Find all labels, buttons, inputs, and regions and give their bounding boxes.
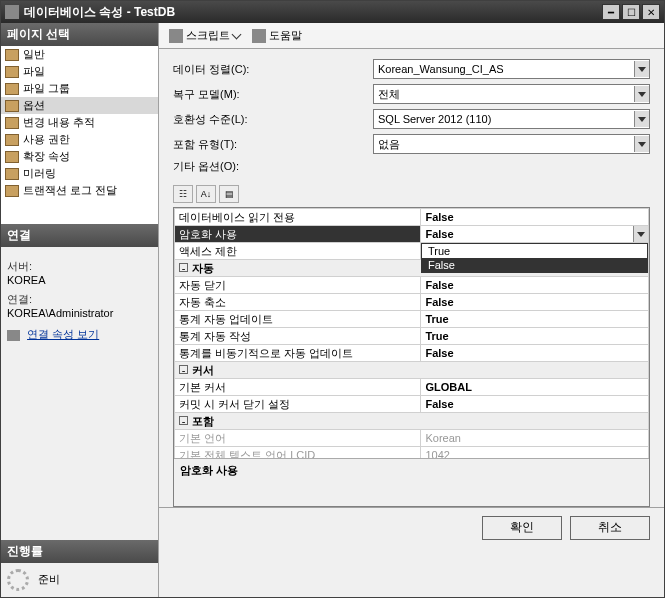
property-name[interactable]: 통계 자동 작성 bbox=[175, 328, 421, 345]
sidebar-item-label: 확장 속성 bbox=[23, 149, 70, 164]
sidebar-item[interactable]: 옵션 bbox=[1, 97, 158, 114]
dropdown-option[interactable]: True bbox=[422, 244, 647, 258]
property-value[interactable]: 1042 bbox=[421, 447, 649, 459]
minimize-button[interactable]: ━ bbox=[602, 4, 620, 20]
collapse-icon[interactable]: - bbox=[179, 416, 188, 425]
property-value[interactable]: Korean bbox=[421, 430, 649, 447]
script-button[interactable]: 스크립트 bbox=[165, 26, 244, 45]
property-name[interactable]: 데이터베이스 읽기 전용 bbox=[175, 209, 421, 226]
property-grid: 데이터베이스 읽기 전용False암호화 사용False액세스 제한-자동자동 … bbox=[173, 207, 650, 507]
sidebar-item-label: 옵션 bbox=[23, 98, 45, 113]
sidebar-item-label: 변경 내용 추적 bbox=[23, 115, 95, 130]
property-name[interactable]: 기본 전체 텍스트 언어 LCID bbox=[175, 447, 421, 459]
conn-value: KOREA\Administrator bbox=[7, 307, 152, 319]
grid-scroll[interactable]: 데이터베이스 읽기 전용False암호화 사용False액세스 제한-자동자동 … bbox=[174, 208, 649, 458]
page-icon bbox=[5, 151, 19, 163]
property-name[interactable]: 기본 커서 bbox=[175, 379, 421, 396]
help-icon bbox=[252, 29, 266, 43]
chevron-down-icon[interactable] bbox=[633, 226, 648, 242]
dropdown-option[interactable]: False bbox=[422, 258, 647, 272]
sidebar-item-label: 파일 bbox=[23, 64, 45, 79]
sidebar-item[interactable]: 일반 bbox=[1, 46, 158, 63]
collation-label: 데이터 정렬(C): bbox=[173, 62, 373, 77]
compat-select[interactable]: SQL Server 2012 (110) bbox=[373, 109, 650, 129]
property-value[interactable]: False bbox=[421, 277, 649, 294]
property-value[interactable]: True bbox=[421, 328, 649, 345]
property-name[interactable]: 통계 자동 업데이트 bbox=[175, 311, 421, 328]
property-name[interactable]: 자동 닫기 bbox=[175, 277, 421, 294]
property-name[interactable]: 통계를 비동기적으로 자동 업데이트 bbox=[175, 345, 421, 362]
property-value[interactable]: GLOBAL bbox=[421, 379, 649, 396]
toolbar: 스크립트 도움말 bbox=[159, 23, 664, 49]
category-row[interactable]: -포함 bbox=[175, 413, 649, 430]
chevron-down-icon bbox=[634, 86, 649, 102]
sidebar-item[interactable]: 변경 내용 추적 bbox=[1, 114, 158, 131]
compat-label: 호환성 수준(L): bbox=[173, 112, 373, 127]
help-button[interactable]: 도움말 bbox=[248, 26, 306, 45]
recovery-value: 전체 bbox=[378, 87, 400, 102]
property-value[interactable]: False bbox=[421, 294, 649, 311]
property-value[interactable]: True bbox=[421, 311, 649, 328]
property-name[interactable]: 자동 축소 bbox=[175, 294, 421, 311]
property-value[interactable]: False bbox=[421, 396, 649, 413]
recovery-select[interactable]: 전체 bbox=[373, 84, 650, 104]
script-label: 스크립트 bbox=[186, 28, 230, 43]
script-icon bbox=[169, 29, 183, 43]
page-icon bbox=[5, 134, 19, 146]
sidebar-item-label: 트랜잭션 로그 전달 bbox=[23, 183, 117, 198]
server-label: 서버: bbox=[7, 259, 152, 274]
property-value[interactable]: False bbox=[421, 226, 649, 243]
ok-button[interactable]: 확인 bbox=[482, 516, 562, 540]
titlebar[interactable]: 데이터베이스 속성 - TestDB ━ ☐ ✕ bbox=[1, 1, 664, 23]
page-icon bbox=[5, 49, 19, 61]
sidebar-item[interactable]: 확장 속성 bbox=[1, 148, 158, 165]
conn-label: 연결: bbox=[7, 292, 152, 307]
pages-button[interactable]: ▤ bbox=[219, 185, 239, 203]
value-dropdown[interactable]: TrueFalse bbox=[421, 243, 648, 273]
server-value: KOREA bbox=[7, 274, 152, 286]
page-icon bbox=[5, 168, 19, 180]
sidebar-item[interactable]: 트랜잭션 로그 전달 bbox=[1, 182, 158, 199]
property-name[interactable]: 기본 언어 bbox=[175, 430, 421, 447]
sort-button[interactable]: A↓ bbox=[196, 185, 216, 203]
sidebar-item[interactable]: 미러링 bbox=[1, 165, 158, 182]
page-icon bbox=[5, 117, 19, 129]
chevron-down-icon bbox=[634, 136, 649, 152]
spinner-icon bbox=[7, 569, 29, 591]
containment-select[interactable]: 없음 bbox=[373, 134, 650, 154]
sidebar-item-label: 미러링 bbox=[23, 166, 56, 181]
sidebar-item[interactable]: 파일 bbox=[1, 63, 158, 80]
property-value[interactable]: False bbox=[421, 345, 649, 362]
chevron-down-icon bbox=[634, 61, 649, 77]
sidebar-item[interactable]: 사용 권한 bbox=[1, 131, 158, 148]
collapse-icon[interactable]: - bbox=[179, 263, 188, 272]
view-connection-link[interactable]: 연결 속성 보기 bbox=[27, 328, 99, 340]
page-icon bbox=[5, 83, 19, 95]
property-name[interactable]: 액세스 제한 bbox=[175, 243, 421, 260]
collation-select[interactable]: Korean_Wansung_CI_AS bbox=[373, 59, 650, 79]
collation-value: Korean_Wansung_CI_AS bbox=[378, 63, 504, 75]
compat-value: SQL Server 2012 (110) bbox=[378, 113, 491, 125]
collapse-icon[interactable]: - bbox=[179, 365, 188, 374]
chevron-down-icon bbox=[232, 29, 242, 39]
categorize-button[interactable]: ☷ bbox=[173, 185, 193, 203]
progress-header: 진행률 bbox=[1, 540, 158, 563]
property-name[interactable]: 커밋 시 커서 닫기 설정 bbox=[175, 396, 421, 413]
page-tree: 일반파일파일 그룹옵션변경 내용 추적사용 권한확장 속성미러링트랜잭션 로그 … bbox=[1, 46, 158, 224]
recovery-label: 복구 모델(M): bbox=[173, 87, 373, 102]
app-icon bbox=[5, 5, 19, 19]
dialog-footer: 확인 취소 bbox=[159, 507, 664, 547]
link-icon bbox=[7, 330, 20, 341]
window-title: 데이터베이스 속성 - TestDB bbox=[24, 4, 602, 21]
property-value[interactable]: False bbox=[421, 209, 649, 226]
progress-status: 준비 bbox=[38, 573, 60, 585]
maximize-button[interactable]: ☐ bbox=[622, 4, 640, 20]
close-button[interactable]: ✕ bbox=[642, 4, 660, 20]
sidebar-item[interactable]: 파일 그룹 bbox=[1, 80, 158, 97]
connection-panel: 서버: KOREA 연결: KOREA\Administrator 연결 속성 … bbox=[1, 247, 158, 540]
database-properties-window: 데이터베이스 속성 - TestDB ━ ☐ ✕ 페이지 선택 일반파일파일 그… bbox=[0, 0, 665, 598]
category-row[interactable]: -커서 bbox=[175, 362, 649, 379]
property-name[interactable]: 암호화 사용 bbox=[175, 226, 421, 243]
cancel-button[interactable]: 취소 bbox=[570, 516, 650, 540]
connection-header: 연결 bbox=[1, 224, 158, 247]
